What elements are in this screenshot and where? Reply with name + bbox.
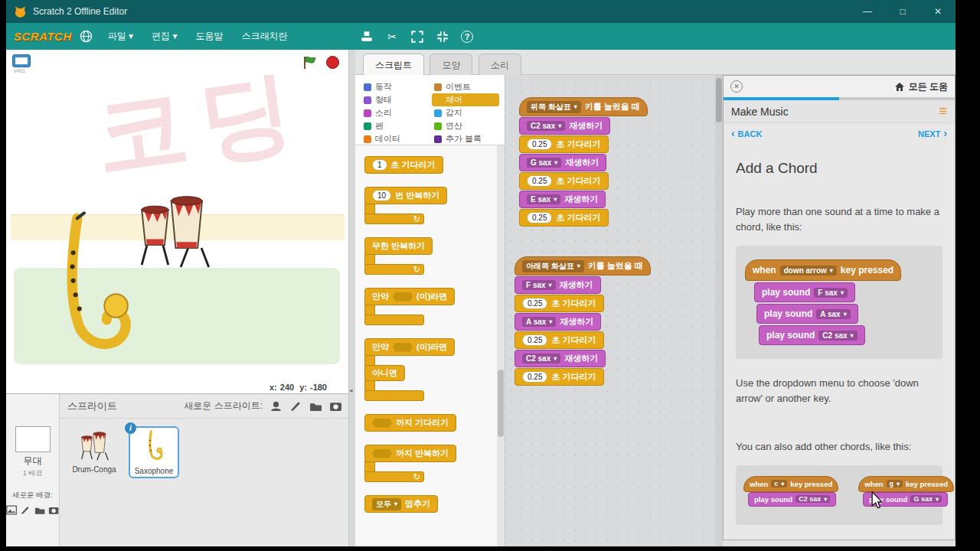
sound-dropdown[interactable]: F sax xyxy=(522,280,556,290)
menu-about[interactable]: 스크래치란 xyxy=(232,30,296,43)
play-sound-block[interactable]: G sax 재생하기 xyxy=(519,154,606,171)
wait-block[interactable]: 0.25 초 기다리기 xyxy=(514,331,604,349)
sound-dropdown[interactable]: A sax xyxy=(522,317,556,327)
menu-help[interactable]: 도움말 xyxy=(186,30,232,43)
stop-dropdown[interactable]: 모두 xyxy=(372,498,401,510)
sprite-info-icon[interactable] xyxy=(125,422,136,434)
tab-scripts[interactable]: 스크립트 xyxy=(363,54,424,77)
language-globe-icon[interactable] xyxy=(80,30,93,43)
paint-sprite-icon[interactable] xyxy=(289,400,302,412)
sound-dropdown[interactable]: E sax xyxy=(527,194,560,204)
stage-collapse-divider[interactable]: ◂ xyxy=(349,50,355,546)
palette-stop-block[interactable]: 모두 멈추기 xyxy=(364,495,438,513)
sound-dropdown[interactable]: C2 sax xyxy=(522,354,560,364)
delete-scissors-icon[interactable] xyxy=(385,30,399,44)
category-more-blocks[interactable]: 추가 블록 xyxy=(432,132,499,145)
minimize-button[interactable]: — xyxy=(850,0,885,23)
palette-scrollbar-thumb[interactable] xyxy=(498,370,504,437)
stop-button[interactable] xyxy=(326,56,339,69)
stage-thumbnail[interactable] xyxy=(15,426,51,452)
category-control[interactable]: 제어 xyxy=(432,93,499,106)
green-flag-button[interactable] xyxy=(302,55,318,70)
tab-costumes[interactable]: 모양 xyxy=(430,54,472,77)
tips-menu-icon[interactable] xyxy=(939,103,947,119)
tab-sounds[interactable]: 소리 xyxy=(479,54,521,77)
number-input[interactable]: 10 xyxy=(372,190,391,201)
upload-backdrop-icon[interactable] xyxy=(34,504,45,516)
key-dropdown[interactable]: 아래쪽 화살표 xyxy=(522,260,584,272)
small-stage-toggle-icon[interactable] xyxy=(12,54,31,67)
upload-sprite-icon[interactable] xyxy=(309,400,322,412)
drum-conga-sprite-on-stage[interactable] xyxy=(126,186,221,270)
palette-wait-block[interactable]: 1 초 기다리기 xyxy=(364,156,443,174)
menu-edit[interactable]: 편집 ▾ xyxy=(142,30,186,43)
menu-file[interactable]: 파일 ▾ xyxy=(99,30,142,43)
palette-scrollbar[interactable] xyxy=(497,145,505,546)
palette-if-else-block[interactable]: 만약 (이)라면 아니면 xyxy=(364,338,497,401)
boolean-slot[interactable] xyxy=(393,292,413,302)
wait-block[interactable]: 0.25 초 기다리기 xyxy=(514,295,604,312)
when-key-pressed-hat[interactable]: 아래쪽 화살표 키를 눌렀을 때 xyxy=(514,256,651,276)
shrink-icon[interactable] xyxy=(436,30,449,44)
number-input[interactable]: 0.25 xyxy=(527,175,552,187)
play-sound-block[interactable]: C2 sax 재생하기 xyxy=(514,350,606,367)
number-input[interactable]: 1 xyxy=(372,159,387,171)
boolean-slot[interactable] xyxy=(393,343,413,352)
paint-backdrop-icon[interactable] xyxy=(20,504,31,516)
sprite-card-drum-conga[interactable]: Drum-Conga xyxy=(69,426,119,475)
all-tips-link[interactable]: 모든 도움 xyxy=(894,80,948,93)
wait-block[interactable]: 0.25 초 기다리기 xyxy=(519,172,609,190)
palette-repeat-block[interactable]: 10 번 반복하기 ↻ xyxy=(364,187,497,224)
play-sound-block[interactable]: F sax 재생하기 xyxy=(514,276,601,294)
sprite-library-icon[interactable] xyxy=(270,400,283,412)
wait-block[interactable]: 0.25 초 기다리기 xyxy=(514,368,604,386)
canvas-scrollbar-thumb[interactable] xyxy=(716,78,722,122)
grow-icon[interactable] xyxy=(410,30,424,44)
key-dropdown[interactable]: 위쪽 화살표 xyxy=(527,101,581,113)
canvas-scrollbar[interactable] xyxy=(715,75,723,546)
palette-if-block[interactable]: 만약 (이)라면 xyxy=(364,288,497,325)
boolean-slot[interactable] xyxy=(372,449,392,458)
play-sound-block[interactable]: E sax 재생하기 xyxy=(519,191,606,208)
maximize-button[interactable]: □ xyxy=(885,0,920,23)
number-input[interactable]: 0.25 xyxy=(527,139,552,150)
number-input[interactable]: 0.25 xyxy=(522,298,547,309)
next-link[interactable]: NEXT xyxy=(918,127,947,139)
category-looks[interactable]: 형태 xyxy=(361,93,429,106)
backdrop-library-icon[interactable] xyxy=(6,504,17,516)
control-swatch xyxy=(434,96,442,104)
palette-wait-until-block[interactable]: 까지 기다리기 xyxy=(364,414,456,432)
block-help-icon[interactable] xyxy=(461,31,473,43)
sprite-card-saxophone[interactable]: Saxophone xyxy=(129,426,179,478)
number-input[interactable]: 0.25 xyxy=(527,212,552,223)
wait-block[interactable]: 0.25 초 기다리기 xyxy=(519,209,609,227)
play-sound-block[interactable]: C2 sax 재생하기 xyxy=(519,117,610,135)
back-link[interactable]: BACK xyxy=(731,127,762,139)
category-sensing[interactable]: 감지 xyxy=(432,106,499,119)
camera-sprite-icon[interactable] xyxy=(329,400,342,412)
category-data[interactable]: 데이터 xyxy=(361,132,429,145)
close-button[interactable]: ✕ xyxy=(920,0,956,23)
wait-block[interactable]: 0.25 초 기다리기 xyxy=(519,135,609,153)
category-operators[interactable]: 연산 xyxy=(432,119,499,132)
category-motion[interactable]: 동작 xyxy=(361,80,429,93)
number-input[interactable]: 0.25 xyxy=(522,371,547,383)
category-sound[interactable]: 소리 xyxy=(361,106,429,119)
boolean-slot[interactable] xyxy=(372,419,392,428)
sound-dropdown[interactable]: G sax xyxy=(527,158,561,168)
camera-backdrop-icon[interactable] xyxy=(48,504,59,516)
scripts-canvas[interactable]: 위쪽 화살표 키를 눌렀을 때 C2 sax 재생하기 0.25 초 기다리기 … xyxy=(505,75,723,546)
when-key-pressed-hat[interactable]: 위쪽 화살표 키를 눌렀을 때 xyxy=(519,97,648,116)
category-events[interactable]: 이벤트 xyxy=(432,80,499,93)
number-input[interactable]: 0.25 xyxy=(522,334,547,346)
duplicate-stamp-icon[interactable] xyxy=(360,30,374,44)
close-tips-icon[interactable] xyxy=(730,80,743,93)
sound-dropdown[interactable]: C2 sax xyxy=(527,121,565,131)
palette-repeat-until-block[interactable]: 까지 반복하기 ↻ xyxy=(364,445,497,482)
collapse-arrow-icon[interactable]: ◂ xyxy=(349,386,353,394)
play-sound-block[interactable]: A sax 재생하기 xyxy=(514,313,601,331)
palette-forever-block[interactable]: 무한 반복하기 ↻ xyxy=(364,237,497,275)
scratch-logo[interactable]: SCRATCH xyxy=(14,30,72,43)
category-pen[interactable]: 펜 xyxy=(361,119,429,132)
saxophone-sprite-on-stage[interactable] xyxy=(47,211,133,361)
